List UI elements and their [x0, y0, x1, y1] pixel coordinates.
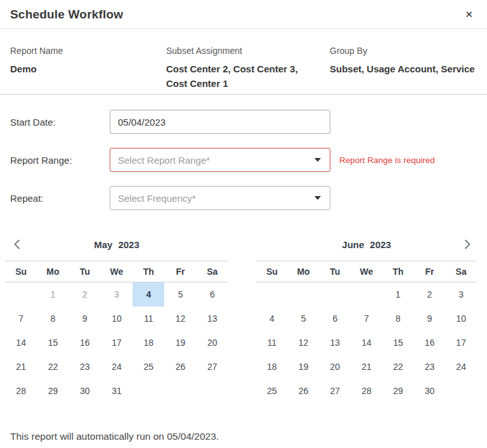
- calendar-day-june-30[interactable]: 30: [414, 379, 446, 403]
- calendar-empty-cell: [288, 282, 320, 306]
- calendar-day-june-2[interactable]: 2: [414, 282, 446, 306]
- calendar-day-june-14[interactable]: 14: [351, 331, 382, 355]
- calendar-empty-cell: [445, 379, 477, 403]
- calendar-empty-cell: [351, 282, 382, 306]
- calendar-may-header: May 2023: [5, 228, 228, 261]
- calendar-day-may-19[interactable]: 19: [164, 331, 196, 355]
- calendar-day-june-29[interactable]: 29: [382, 379, 414, 403]
- calendar-day-june-27[interactable]: 27: [319, 379, 351, 403]
- calendar-day-may-4[interactable]: 4: [133, 282, 164, 306]
- calendar-day-may-27[interactable]: 27: [197, 355, 228, 379]
- calendar-day-may-22[interactable]: 22: [37, 355, 68, 379]
- repeat-placeholder: Select Frequency*: [118, 193, 196, 204]
- calendar-empty-cell: [256, 282, 288, 306]
- calendar-day-may-5[interactable]: 5: [164, 282, 196, 306]
- calendar-day-june-7[interactable]: 7: [351, 306, 382, 331]
- calendar-day-june-6[interactable]: 6: [319, 306, 351, 331]
- calendar-day-june-9[interactable]: 9: [414, 306, 446, 331]
- calendar-day-june-5[interactable]: 5: [288, 306, 320, 331]
- calendar-day-may-12[interactable]: 12: [164, 306, 196, 331]
- calendar-empty-cell: [197, 379, 228, 403]
- calendar-day-june-24[interactable]: 24: [445, 355, 477, 379]
- subset-assignment-label: Subset Assignment: [166, 46, 330, 56]
- schedule-form: Start Date: Report Range: Select Report …: [0, 95, 487, 210]
- workflow-summary: Report Name Demo Subset Assignment Cost …: [0, 29, 487, 95]
- close-icon[interactable]: ✕: [461, 7, 477, 22]
- calendar-day-may-11[interactable]: 11: [133, 306, 164, 331]
- calendar-day-may-23[interactable]: 23: [69, 355, 101, 379]
- calendar-day-june-16[interactable]: 16: [414, 331, 446, 355]
- calendar-day-may-29[interactable]: 29: [37, 379, 68, 403]
- calendar-day-may-6[interactable]: 6: [197, 282, 228, 306]
- calendar-day-june-4[interactable]: 4: [256, 306, 288, 331]
- calendar-day-june-26[interactable]: 26: [288, 379, 320, 403]
- calendar-day-may-9[interactable]: 9: [69, 306, 101, 331]
- calendar-day-june-17[interactable]: 17: [445, 331, 477, 355]
- calendar-day-may-24[interactable]: 24: [101, 355, 133, 379]
- day-header-su: Su: [256, 267, 288, 277]
- calendar-day-may-18[interactable]: 18: [133, 331, 164, 355]
- start-date-input[interactable]: [110, 110, 330, 134]
- report-name-value: Demo: [10, 63, 37, 74]
- calendar-day-may-16[interactable]: 16: [69, 331, 101, 355]
- next-month-icon[interactable]: [461, 237, 473, 251]
- calendar-day-june-11[interactable]: 11: [256, 331, 288, 355]
- calendar-day-may-28[interactable]: 28: [5, 379, 37, 403]
- calendar-day-june-23[interactable]: 23: [414, 355, 446, 379]
- group-by-value: Subset, Usage Account, Service: [330, 63, 475, 74]
- auto-run-note: This report will automatically run on 05…: [0, 431, 487, 442]
- report-range-placeholder: Select Report Range*: [118, 155, 210, 166]
- calendar-june-header: June 2023: [256, 228, 477, 261]
- calendar-june-grid: 1234567891011121314151617181920212223242…: [256, 282, 477, 403]
- calendar-day-june-15[interactable]: 15: [382, 331, 414, 355]
- calendar-day-june-25[interactable]: 25: [256, 379, 288, 403]
- day-header-we: We: [101, 267, 133, 277]
- calendar-day-june-1[interactable]: 1: [382, 282, 414, 306]
- calendar-day-may-17[interactable]: 17: [101, 331, 133, 355]
- calendar-day-june-20[interactable]: 20: [319, 355, 351, 379]
- calendar-day-june-3[interactable]: 3: [445, 282, 477, 306]
- calendar-day-june-12[interactable]: 12: [288, 331, 320, 355]
- month-name: May: [94, 239, 112, 250]
- calendar-day-may-14[interactable]: 14: [5, 331, 37, 355]
- calendar-day-may-31[interactable]: 31: [101, 379, 133, 403]
- calendar-day-may-30[interactable]: 30: [69, 379, 101, 403]
- calendar-day-may-25[interactable]: 25: [133, 355, 164, 379]
- calendar-day-june-19[interactable]: 19: [288, 355, 320, 379]
- day-header-sa: Sa: [445, 267, 477, 277]
- calendar-day-may-2[interactable]: 2: [69, 282, 101, 306]
- month-name: June: [342, 239, 364, 250]
- group-by-label: Group By: [330, 46, 477, 56]
- calendar-day-may-3[interactable]: 3: [101, 282, 133, 306]
- calendar-day-may-20[interactable]: 20: [197, 331, 228, 355]
- calendar-day-may-13[interactable]: 13: [197, 306, 228, 331]
- repeat-label: Repeat:: [10, 193, 110, 204]
- calendar-day-june-10[interactable]: 10: [445, 306, 477, 331]
- calendar-day-may-10[interactable]: 10: [101, 306, 133, 331]
- calendar-day-may-7[interactable]: 7: [5, 306, 37, 331]
- day-header-fr: Fr: [414, 267, 446, 277]
- calendar-empty-cell: [133, 379, 164, 403]
- day-header-sa: Sa: [197, 267, 228, 277]
- calendar-day-june-8[interactable]: 8: [382, 306, 414, 331]
- report-range-select[interactable]: Select Report Range*: [110, 148, 330, 172]
- calendar-day-may-21[interactable]: 21: [5, 355, 37, 379]
- report-range-row: Report Range: Select Report Range* Repor…: [10, 148, 477, 172]
- day-header-mo: Mo: [288, 267, 320, 277]
- prev-month-icon[interactable]: [11, 237, 23, 251]
- day-header-th: Th: [133, 267, 164, 277]
- day-header-su: Su: [5, 267, 37, 277]
- day-header-tu: Tu: [69, 267, 101, 277]
- day-header-th: Th: [382, 267, 414, 277]
- calendar-day-may-26[interactable]: 26: [164, 355, 196, 379]
- calendar-day-may-15[interactable]: 15: [37, 331, 68, 355]
- calendar-day-june-22[interactable]: 22: [382, 355, 414, 379]
- calendar-day-may-1[interactable]: 1: [37, 282, 68, 306]
- repeat-select[interactable]: Select Frequency*: [110, 186, 330, 210]
- calendar-day-may-8[interactable]: 8: [37, 306, 68, 331]
- calendar-day-june-18[interactable]: 18: [256, 355, 288, 379]
- calendar-day-june-21[interactable]: 21: [351, 355, 382, 379]
- calendar-day-june-13[interactable]: 13: [319, 331, 351, 355]
- calendar-day-june-28[interactable]: 28: [351, 379, 382, 403]
- dialog-header: Schedule Workflow ✕: [0, 0, 487, 29]
